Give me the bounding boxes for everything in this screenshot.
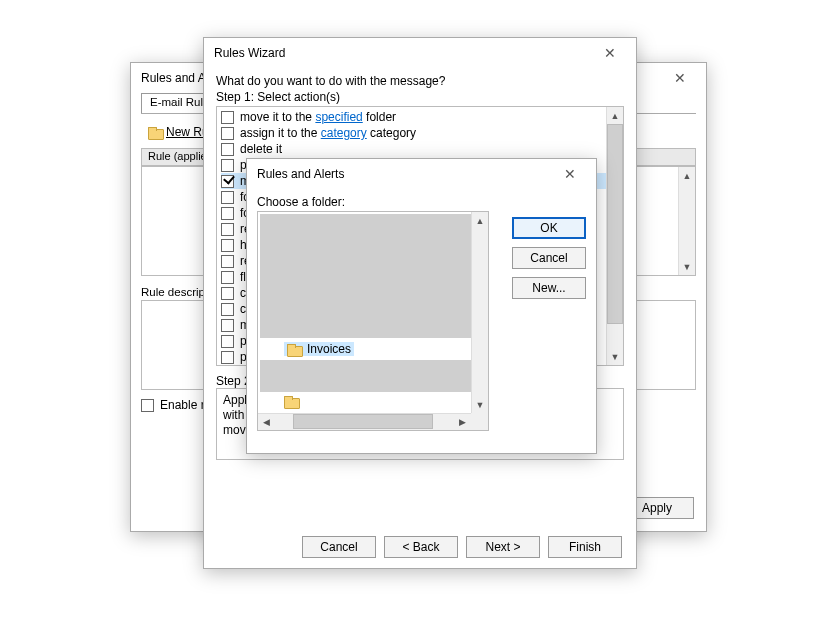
scroll-down-icon[interactable]: ▼ — [607, 348, 623, 365]
close-icon[interactable]: ✕ — [550, 161, 590, 187]
checkbox[interactable] — [221, 239, 234, 252]
checkbox[interactable] — [221, 111, 234, 124]
titlebar: Rules Wizard ✕ — [204, 38, 636, 68]
checkbox[interactable] — [221, 207, 234, 220]
wizard-question: What do you want to do with the message? — [216, 74, 624, 88]
scrollbar[interactable]: ▲ ▼ — [678, 167, 695, 275]
scroll-down-icon[interactable]: ▼ — [679, 258, 695, 275]
redacted-block — [260, 214, 471, 338]
close-icon[interactable]: ✕ — [590, 40, 630, 66]
enable-rss-checkbox[interactable] — [141, 399, 154, 412]
checkbox[interactable] — [221, 303, 234, 316]
cancel-button[interactable]: Cancel — [512, 247, 586, 269]
checkbox[interactable] — [221, 287, 234, 300]
folder-item-invoices[interactable]: Invoices — [284, 342, 354, 356]
checkbox[interactable] — [221, 159, 234, 172]
checkbox[interactable] — [221, 335, 234, 348]
scroll-thumb[interactable] — [293, 414, 433, 429]
checkbox[interactable] — [221, 191, 234, 204]
checkbox[interactable] — [221, 351, 234, 364]
scroll-left-icon[interactable]: ◀ — [258, 414, 275, 430]
scroll-up-icon[interactable]: ▲ — [607, 107, 623, 124]
category-link[interactable]: category — [321, 126, 367, 140]
window-title: Rules Wizard — [214, 46, 590, 60]
scroll-thumb[interactable] — [607, 124, 623, 324]
checkbox[interactable] — [221, 319, 234, 332]
folder-icon — [148, 127, 162, 138]
checkbox[interactable] — [221, 127, 234, 140]
ok-button[interactable]: OK — [512, 217, 586, 239]
checkbox[interactable] — [221, 143, 234, 156]
cancel-button[interactable]: Cancel — [302, 536, 376, 558]
scrollbar-vertical[interactable]: ▲ ▼ — [471, 212, 488, 413]
step1-label: Step 1: Select action(s) — [216, 90, 624, 104]
scroll-up-icon[interactable]: ▲ — [472, 212, 488, 229]
choose-folder-label: Choose a folder: — [257, 195, 502, 209]
folder-item[interactable] — [284, 396, 298, 407]
next-button[interactable]: Next > — [466, 536, 540, 558]
scrollbar[interactable]: ▲ ▼ — [606, 107, 623, 365]
specified-link[interactable]: specified — [315, 110, 362, 124]
folder-icon — [287, 344, 301, 355]
checkbox[interactable] — [221, 255, 234, 268]
checkbox[interactable] — [221, 223, 234, 236]
folder-label: Invoices — [307, 342, 351, 356]
choose-folder-window: Rules and Alerts ✕ Choose a folder: Invo… — [246, 158, 597, 454]
window-title: Rules and Alerts — [257, 167, 550, 181]
scrollbar-horizontal[interactable]: ◀ ▶ — [258, 413, 471, 430]
folder-tree[interactable]: Invoices ▲ ▼ ◀ ▶ — [257, 211, 489, 431]
scroll-right-icon[interactable]: ▶ — [454, 414, 471, 430]
close-icon[interactable]: ✕ — [660, 65, 700, 91]
finish-button[interactable]: Finish — [548, 536, 622, 558]
checkbox[interactable] — [221, 271, 234, 284]
new-folder-button[interactable]: New... — [512, 277, 586, 299]
action-delete[interactable]: delete it — [221, 141, 619, 157]
titlebar: Rules and Alerts ✕ — [247, 159, 596, 189]
scroll-corner — [471, 413, 488, 430]
action-assign-category[interactable]: assign it to the category category — [221, 125, 619, 141]
checkbox-checked[interactable] — [221, 175, 234, 188]
redacted-block — [260, 360, 471, 392]
back-button[interactable]: < Back — [384, 536, 458, 558]
scroll-up-icon[interactable]: ▲ — [679, 167, 695, 184]
folder-icon — [284, 396, 298, 407]
action-move-folder[interactable]: move it to the specified folder — [221, 109, 619, 125]
scroll-down-icon[interactable]: ▼ — [472, 396, 488, 413]
